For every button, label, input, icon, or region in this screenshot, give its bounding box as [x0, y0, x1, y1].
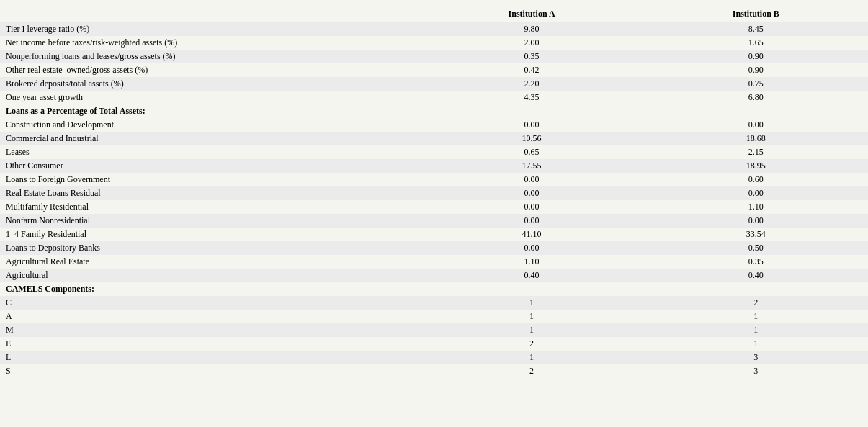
row-label: Net income before taxes/risk-weighted as…: [0, 36, 419, 50]
row-value-b: 3: [644, 351, 868, 364]
row-value-b: 0.00: [644, 214, 868, 228]
row-label: Multifamily Residential: [0, 200, 419, 214]
row-value-b: 0.50: [644, 241, 868, 255]
table-row: Tier I leverage ratio (%)9.808.45: [0, 22, 868, 36]
data-table: Institution A Institution B Tier I lever…: [0, 7, 868, 378]
row-label: Loans to Depository Banks: [0, 241, 419, 255]
row-value-b: 1: [644, 310, 868, 323]
row-label: CAMELS Components:: [0, 282, 419, 296]
row-value-a: 1.10: [419, 255, 643, 269]
table-row: Loans to Foreign Government0.000.60: [0, 173, 868, 186]
row-value-b: 8.45: [644, 22, 868, 36]
row-value-a: 2: [419, 364, 643, 378]
header-row: Institution A Institution B: [0, 7, 868, 22]
table-row: Net income before taxes/risk-weighted as…: [0, 36, 868, 50]
row-label: Commercial and Industrial: [0, 132, 419, 145]
table-row: S23: [0, 364, 868, 378]
main-container: Institution A Institution B Tier I lever…: [0, 0, 868, 385]
table-row: Construction and Development0.000.00: [0, 118, 868, 132]
row-value-b: 0.00: [644, 186, 868, 200]
table-row: M11: [0, 323, 868, 337]
row-value-a: 1: [419, 323, 643, 337]
row-value-a: 0.00: [419, 241, 643, 255]
row-label: Real Estate Loans Residual: [0, 186, 419, 200]
row-value-a: 2: [419, 337, 643, 351]
row-label: Agricultural Real Estate: [0, 255, 419, 269]
table-row: Other real estate–owned/gross assets (%)…: [0, 63, 868, 77]
table-row: CAMELS Components:: [0, 282, 868, 296]
row-value-a: 0.00: [419, 214, 643, 228]
table-row: Multifamily Residential0.001.10: [0, 200, 868, 214]
row-value-a: 4.35: [419, 91, 643, 104]
col-b-header: Institution B: [644, 7, 868, 22]
row-value-a: 1: [419, 351, 643, 364]
row-value-b: 2.15: [644, 145, 868, 159]
row-value-b: 0.90: [644, 63, 868, 77]
row-label: Nonfarm Nonresidential: [0, 214, 419, 228]
row-label: A: [0, 310, 419, 323]
table-row: 1–4 Family Residential41.1033.54: [0, 228, 868, 241]
row-value-a: 0.40: [419, 269, 643, 282]
row-value-b: 0.60: [644, 173, 868, 186]
row-label: M: [0, 323, 419, 337]
row-value-b: 0.75: [644, 77, 868, 91]
row-value-a: 0.42: [419, 63, 643, 77]
table-row: E21: [0, 337, 868, 351]
table-row: C12: [0, 296, 868, 310]
row-label: Tier I leverage ratio (%): [0, 22, 419, 36]
col-a-header: Institution A: [419, 7, 643, 22]
row-value-a: 1: [419, 296, 643, 310]
table-row: Real Estate Loans Residual0.000.00: [0, 186, 868, 200]
row-value-a: 0.00: [419, 118, 643, 132]
row-label: C: [0, 296, 419, 310]
row-label: E: [0, 337, 419, 351]
row-value-b: 3: [644, 364, 868, 378]
table-row: L13: [0, 351, 868, 364]
table-row: One year asset growth4.356.80: [0, 91, 868, 104]
row-label: L: [0, 351, 419, 364]
row-label: Brokered deposits/total assets (%): [0, 77, 419, 91]
row-value-b: 1: [644, 323, 868, 337]
row-value-b: 33.54: [644, 228, 868, 241]
row-label: 1–4 Family Residential: [0, 228, 419, 241]
row-value-b: 2: [644, 296, 868, 310]
row-value-a: 10.56: [419, 132, 643, 145]
row-label: S: [0, 364, 419, 378]
row-value-a: 9.80: [419, 22, 643, 36]
table-row: A11: [0, 310, 868, 323]
row-value-a: [419, 282, 643, 296]
table-row: Nonperforming loans and leases/gross ass…: [0, 50, 868, 63]
row-value-a: 0.35: [419, 50, 643, 63]
row-label: Other Consumer: [0, 159, 419, 173]
row-value-a: 2.00: [419, 36, 643, 50]
table-row: Brokered deposits/total assets (%)2.200.…: [0, 77, 868, 91]
row-value-b: 0.35: [644, 255, 868, 269]
table-row: Loans as a Percentage of Total Assets:: [0, 104, 868, 118]
row-value-b: 0.90: [644, 50, 868, 63]
row-value-a: 0.65: [419, 145, 643, 159]
table-row: Leases0.652.15: [0, 145, 868, 159]
table-body: Tier I leverage ratio (%)9.808.45Net inc…: [0, 22, 868, 378]
table-row: Agricultural0.400.40: [0, 269, 868, 282]
row-value-b: 0.00: [644, 118, 868, 132]
row-label: Leases: [0, 145, 419, 159]
row-value-b: 1.10: [644, 200, 868, 214]
row-value-a: 0.00: [419, 200, 643, 214]
row-value-a: 17.55: [419, 159, 643, 173]
table-row: Other Consumer17.5518.95: [0, 159, 868, 173]
col-label-header: [0, 7, 419, 22]
table-row: Loans to Depository Banks0.000.50: [0, 241, 868, 255]
row-value-a: 0.00: [419, 173, 643, 186]
table-row: Nonfarm Nonresidential0.000.00: [0, 214, 868, 228]
row-label: Loans to Foreign Government: [0, 173, 419, 186]
row-label: Construction and Development: [0, 118, 419, 132]
row-value-b: 1: [644, 337, 868, 351]
table-row: Commercial and Industrial10.5618.68: [0, 132, 868, 145]
row-value-b: [644, 104, 868, 118]
table-row: Agricultural Real Estate1.100.35: [0, 255, 868, 269]
row-label: Agricultural: [0, 269, 419, 282]
row-value-b: 0.40: [644, 269, 868, 282]
row-label: Nonperforming loans and leases/gross ass…: [0, 50, 419, 63]
row-value-a: 41.10: [419, 228, 643, 241]
row-value-b: [644, 282, 868, 296]
